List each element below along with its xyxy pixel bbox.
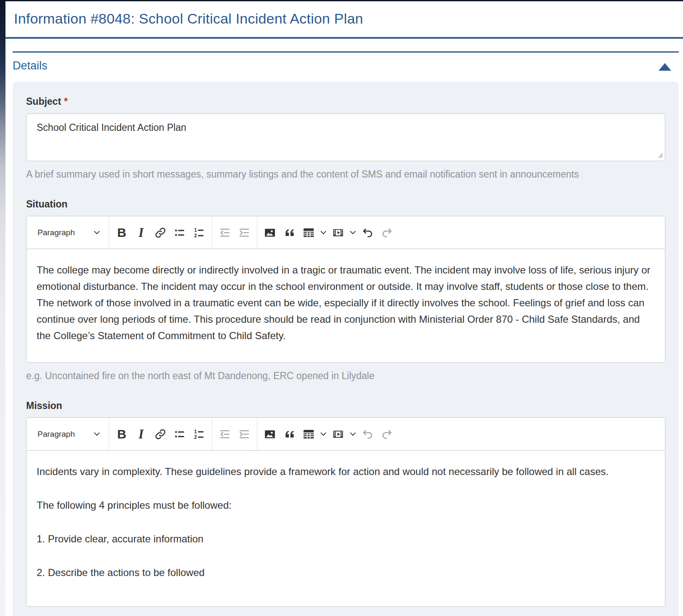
link-icon	[154, 428, 167, 441]
redo-button[interactable]	[377, 418, 397, 450]
media-dropdown-chevron[interactable]	[348, 418, 358, 450]
block-quote-icon	[283, 226, 296, 239]
resize-grip-icon[interactable]	[656, 151, 663, 158]
link-button[interactable]	[151, 418, 170, 450]
required-asterisk: *	[64, 96, 68, 107]
collapse-up-icon[interactable]	[659, 63, 671, 71]
mission-editor: Paragraph B I	[26, 417, 665, 607]
insert-table-button[interactable]	[299, 216, 318, 249]
situation-help-text: e.g. Uncontained fire on the north east …	[26, 370, 665, 382]
bold-icon: B	[117, 226, 126, 239]
toolbar-separator	[109, 216, 109, 249]
table-dropdown-chevron[interactable]	[318, 216, 328, 249]
indent-button[interactable]	[235, 216, 254, 249]
mission-field: Mission Paragraph B I	[26, 400, 665, 607]
situation-label: Situation	[26, 199, 665, 210]
content-card: Information #8048: School Critical Incid…	[5, 1, 683, 616]
bulleted-list-button[interactable]	[170, 418, 189, 450]
numbered-list-icon	[193, 428, 205, 441]
chevron-down-icon	[320, 231, 326, 235]
mission-toolbar: Paragraph B I	[27, 418, 665, 451]
insert-table-button[interactable]	[299, 418, 318, 450]
chevron-down-icon	[350, 432, 356, 436]
redo-icon	[381, 226, 393, 239]
indent-button[interactable]	[235, 418, 254, 450]
chevron-down-icon	[94, 231, 100, 235]
undo-button[interactable]	[358, 418, 377, 450]
bold-button[interactable]: B	[112, 418, 131, 450]
insert-image-button[interactable]	[260, 216, 280, 249]
bold-button[interactable]: B	[112, 216, 131, 249]
undo-button[interactable]	[358, 216, 377, 249]
redo-button[interactable]	[377, 216, 397, 249]
outdent-icon	[219, 428, 231, 441]
mission-label: Mission	[26, 400, 665, 412]
chevron-down-icon	[94, 432, 100, 436]
image-icon	[264, 226, 276, 239]
bulleted-list-button[interactable]	[170, 216, 189, 249]
italic-button[interactable]: I	[131, 418, 151, 450]
mission-paragraph: 1. Provide clear, accurate information	[37, 531, 655, 547]
page-title: Information #8048: School Critical Incid…	[14, 11, 675, 27]
undo-icon	[361, 428, 374, 441]
toolbar-separator	[212, 216, 212, 249]
paragraph-style-dropdown[interactable]: Paragraph	[31, 418, 106, 450]
media-icon	[332, 226, 344, 239]
mission-paragraph: The following 4 principles must be follo…	[37, 497, 655, 514]
table-dropdown-chevron[interactable]	[318, 418, 328, 450]
toolbar-separator	[212, 418, 212, 450]
paragraph-style-label: Paragraph	[37, 228, 75, 237]
link-icon	[154, 226, 167, 239]
situation-paragraph: The college may become directly or indir…	[37, 262, 655, 344]
table-icon	[302, 226, 315, 239]
table-icon	[302, 428, 315, 441]
mission-content[interactable]: Incidents vary in complexity. These guid…	[27, 451, 665, 606]
link-button[interactable]	[151, 216, 170, 249]
mission-paragraph: Incidents vary in complexity. These guid…	[37, 463, 655, 480]
italic-button[interactable]: I	[131, 216, 151, 249]
outdent-button[interactable]	[215, 418, 235, 450]
numbered-list-button[interactable]	[189, 418, 209, 450]
redo-icon	[381, 428, 393, 441]
toolbar-separator	[257, 418, 257, 450]
chevron-down-icon	[350, 231, 356, 235]
numbered-list-button[interactable]	[189, 216, 209, 249]
situation-toolbar: Paragraph B I	[27, 216, 665, 249]
media-dropdown-chevron[interactable]	[348, 216, 358, 249]
details-section: Details Subject* School Critical Inciden…	[13, 51, 679, 616]
bulleted-list-icon	[173, 428, 186, 441]
outdent-icon	[219, 226, 231, 239]
media-icon	[332, 428, 344, 441]
bulleted-list-icon	[173, 226, 186, 239]
insert-image-button[interactable]	[260, 418, 280, 450]
italic-icon: I	[139, 226, 144, 239]
details-section-toggle[interactable]: Details	[13, 51, 679, 72]
subject-textarea[interactable]: School Critical Incident Action Plan	[26, 113, 665, 161]
details-section-title[interactable]: Details	[13, 59, 48, 72]
toolbar-separator	[257, 216, 257, 249]
situation-content[interactable]: The college may become directly or indir…	[27, 249, 665, 362]
outdent-button[interactable]	[215, 216, 235, 249]
paragraph-style-label: Paragraph	[37, 430, 75, 439]
block-quote-icon	[283, 428, 296, 441]
subject-label: Subject*	[26, 96, 665, 107]
indent-icon	[238, 226, 251, 239]
undo-icon	[361, 226, 374, 239]
mission-paragraph: 2. Describe the actions to be followed	[37, 564, 655, 581]
toolbar-separator	[109, 418, 109, 450]
situation-editor: Paragraph B I	[26, 216, 665, 363]
block-quote-button[interactable]	[280, 216, 299, 249]
subject-help-text: A brief summary used in short messages, …	[26, 169, 665, 180]
italic-icon: I	[139, 427, 144, 441]
page-header: Information #8048: School Critical Incid…	[5, 1, 683, 39]
block-quote-button[interactable]	[280, 418, 299, 450]
paragraph-style-dropdown[interactable]: Paragraph	[31, 216, 106, 249]
image-icon	[264, 428, 276, 441]
numbered-list-icon	[193, 226, 205, 239]
chevron-down-icon	[320, 432, 326, 436]
details-panel: Subject* School Critical Incident Action…	[13, 82, 679, 616]
insert-media-button[interactable]	[328, 216, 348, 249]
indent-icon	[238, 428, 251, 441]
insert-media-button[interactable]	[328, 418, 348, 450]
bold-icon: B	[117, 428, 126, 441]
